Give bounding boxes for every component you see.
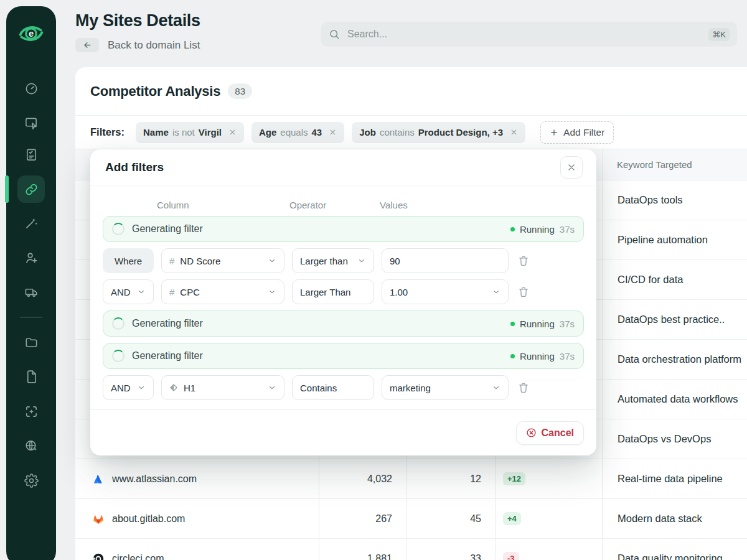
sidebar-item-web-ai[interactable] [17, 432, 45, 459]
table-row[interactable]: circleci.com 1,881 33 -3 Data quality mo… [75, 539, 747, 560]
value-input[interactable]: 1.00 [382, 279, 509, 304]
chip-remove-icon[interactable] [228, 128, 237, 136]
chip-remove-icon[interactable] [510, 128, 518, 136]
value-text: marketing [390, 383, 431, 393]
add-filter-button[interactable]: Add Filter [540, 121, 614, 144]
filter-chip[interactable]: Name is not Virgil [136, 122, 244, 143]
generating-label: Generating filter [132, 318, 203, 329]
cancel-label: Cancel [542, 427, 574, 439]
sidebar: e [6, 6, 56, 560]
running-time: 37s [560, 351, 575, 362]
sidebar-divider [20, 317, 42, 318]
sidebar-item-tasks[interactable] [17, 141, 45, 168]
arrow-left-icon [83, 40, 92, 50]
chip-field: Age [259, 127, 276, 138]
globe-sparkle-icon [24, 439, 39, 453]
conjunction-select[interactable]: AND [103, 279, 154, 304]
sidebar-item-delivery[interactable] [17, 278, 45, 306]
domain-cell: about.gitlab.com [75, 499, 319, 538]
operator-select[interactable]: Larger than [292, 248, 374, 273]
sidebar-item-dashboard[interactable] [17, 75, 45, 102]
close-icon [566, 162, 576, 172]
keyword-targeted-header: Keyword Targeted [617, 149, 692, 180]
sidebar-item-ai-scan[interactable] [17, 398, 45, 425]
keyword-cell: DataOps vs DevOps [602, 419, 747, 459]
gitlab-favicon-icon [92, 513, 105, 525]
keyword-cell: Data orchestration platform [602, 340, 747, 379]
keyword-cell: Real-time data pipeline [602, 459, 747, 498]
panel-title: Competitor Analysis [90, 83, 220, 100]
search-input[interactable] [346, 28, 702, 40]
value-input[interactable]: marketing [382, 375, 509, 400]
cancel-button[interactable]: Cancel [516, 421, 584, 445]
trash-icon[interactable] [517, 381, 530, 394]
chevron-down-icon [357, 256, 366, 265]
sidebar-item-documents[interactable] [17, 363, 45, 390]
sidebar-item-links[interactable] [17, 175, 45, 203]
conjunction-select[interactable]: AND [103, 375, 154, 400]
sidebar-item-invite[interactable] [17, 244, 45, 271]
modal-column-labels: Column Operator Values [103, 185, 584, 216]
trash-icon[interactable] [517, 254, 530, 267]
domain-text: circleci.com [112, 553, 164, 560]
column-value: CPC [180, 287, 200, 297]
generating-label: Generating filter [132, 350, 203, 362]
back-button[interactable] [75, 38, 99, 52]
generating-status: Running 37s [510, 319, 575, 329]
chip-remove-icon[interactable] [329, 128, 337, 136]
sidebar-item-settings[interactable] [17, 467, 45, 494]
operator-select[interactable]: Contains [292, 375, 374, 400]
filter-chip[interactable]: Age equals 43 [251, 122, 344, 143]
operator-select[interactable]: Larger Than [292, 279, 374, 304]
value-text: 1.00 [390, 287, 408, 297]
chevron-down-icon [268, 383, 276, 392]
count-badge: 83 [228, 83, 252, 99]
running-dot-icon [510, 354, 515, 358]
scan-sparkle-icon [24, 404, 39, 419]
gauge-icon [24, 82, 39, 96]
back-label[interactable]: Back to domain List [108, 39, 200, 52]
column-select[interactable]: #CPC [161, 279, 284, 304]
chip-field: Name [143, 127, 169, 138]
add-filter-label: Add Filter [563, 127, 604, 138]
keyword-cell: DataOps best practice.. [602, 300, 747, 339]
metric-cell-2: 45 [406, 499, 495, 538]
filters-label: Filters: [90, 126, 125, 138]
plus-icon [550, 128, 558, 137]
running-label: Running [520, 224, 555, 235]
wand-icon [24, 216, 39, 230]
trash-icon[interactable] [517, 286, 530, 298]
conjunction-text: AND [111, 287, 131, 297]
hash-icon: # [169, 256, 174, 266]
column-divider [602, 149, 603, 180]
chevron-down-icon [268, 256, 276, 265]
sidebar-item-automation[interactable] [17, 209, 45, 236]
chip-operator: contains [380, 127, 415, 138]
column-value: H1 [184, 383, 195, 393]
modal-header: Add filters [90, 149, 596, 185]
metric-cell-2: 12 [406, 459, 495, 498]
hash-icon: # [169, 287, 174, 297]
search-shortcut: ⌘K [708, 28, 730, 41]
keyword-cell: CI/CD for data [602, 260, 747, 299]
table-row[interactable]: about.gitlab.com 267 45 +4 Modern data s… [75, 499, 747, 539]
column-select[interactable]: H1 [161, 375, 284, 400]
value-input[interactable]: 90 [382, 248, 509, 273]
metric-cell-1: 1,881 [319, 539, 406, 560]
generating-filter-row: Generating filter Running 37s [103, 343, 584, 369]
operator-label: Operator [289, 200, 326, 210]
sidebar-item-folders[interactable] [17, 329, 45, 356]
domain-cell: circleci.com [75, 539, 319, 560]
modal-close-button[interactable] [560, 156, 583, 179]
spinner-icon [112, 223, 125, 235]
chip-field: Job [359, 127, 376, 138]
table-row[interactable]: www.atlassian.com 4,032 12 +12 Real-time… [75, 459, 747, 499]
filter-chip[interactable]: Job contains Product Design, +3 [352, 122, 525, 143]
app-logo[interactable]: e [17, 20, 45, 47]
search-bar[interactable]: ⌘K [321, 22, 737, 47]
sidebar-item-sites[interactable] [17, 109, 45, 136]
keyword-cell: Modern data stack [602, 499, 747, 538]
change-cell: +4 [495, 499, 602, 538]
values-label: Values [380, 200, 408, 210]
column-select[interactable]: #ND Score [161, 248, 284, 273]
